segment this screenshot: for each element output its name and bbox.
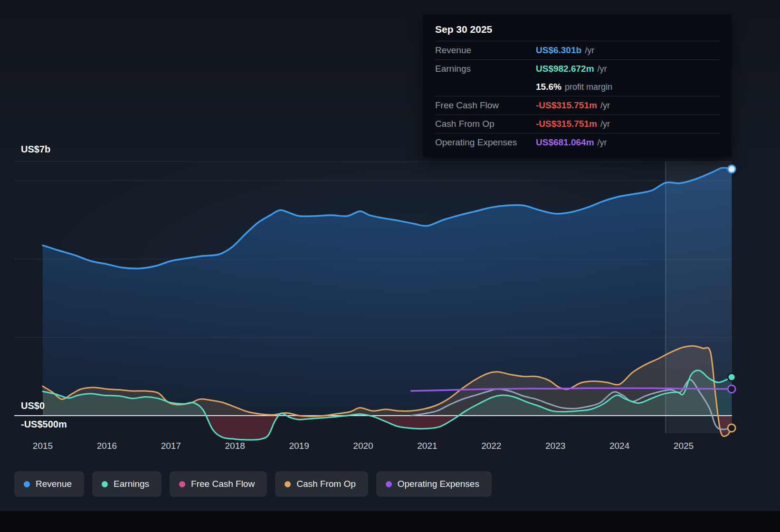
tooltip-row-label: Earnings <box>435 64 536 74</box>
legend-dot-icon <box>24 481 30 487</box>
tooltip-row-label: Operating Expenses <box>435 137 536 148</box>
legend-item-operating-expenses[interactable]: Operating Expenses <box>376 471 492 497</box>
marker-operating-expenses <box>728 385 735 393</box>
legend-item-cash-from-op[interactable]: Cash From Op <box>275 471 368 497</box>
tooltip-row: EarningsUS$982.672m/yr <box>435 59 719 78</box>
tooltip-row-value: US$6.301b <box>536 45 581 56</box>
marker-revenue <box>728 165 735 173</box>
x-axis-tick-label: 2021 <box>406 441 448 451</box>
legend-label: Revenue <box>36 479 72 489</box>
legend-label: Free Cash Flow <box>191 479 255 489</box>
tooltip-row-value: US$982.672m <box>536 64 594 74</box>
tooltip-row-label: Revenue <box>435 45 536 56</box>
legend-label: Operating Expenses <box>398 479 479 489</box>
legend: RevenueEarningsFree Cash FlowCash From O… <box>14 471 492 497</box>
tooltip-row: Free Cash Flow-US$315.751m/yr <box>435 96 719 114</box>
y-axis-label-top: US$7b <box>21 144 50 155</box>
tooltip-row-suffix: /yr <box>598 138 607 148</box>
tooltip-row-suffix: /yr <box>585 46 594 56</box>
x-axis-tick-label: 2023 <box>534 441 577 451</box>
legend-item-earnings[interactable]: Earnings <box>92 471 162 497</box>
x-axis-tick-label: 2019 <box>278 441 321 451</box>
marker-earnings <box>728 373 735 381</box>
tooltip-row-label: Cash From Op <box>435 119 536 129</box>
x-axis-tick-label: 2018 <box>214 441 257 451</box>
legend-dot-icon <box>179 481 185 487</box>
tooltip-row-suffix: profit margin <box>565 82 612 92</box>
tooltip-row: Operating ExpensesUS$681.064m/yr <box>435 133 719 152</box>
tooltip-row-value: -US$315.751m <box>536 100 597 111</box>
x-axis-tick-label: 2022 <box>470 441 513 451</box>
y-axis-label-zero: US$0 <box>21 400 45 411</box>
tooltip-row: Cash From Op-US$315.751m/yr <box>435 114 719 133</box>
legend-dot-icon <box>102 481 108 487</box>
y-axis-label-negative: -US$500m <box>21 419 67 430</box>
legend-label: Cash From Op <box>296 479 356 489</box>
legend-dot-icon <box>285 481 291 487</box>
x-axis-tick-label: 2020 <box>342 441 385 451</box>
legend-dot-icon <box>386 481 392 487</box>
tooltip-row-label: Free Cash Flow <box>435 100 536 111</box>
legend-label: Earnings <box>114 479 149 489</box>
bottom-bar <box>0 511 780 532</box>
tooltip-row-suffix: /yr <box>600 101 610 111</box>
tooltip-row: RevenueUS$6.301b/yr <box>435 41 719 59</box>
tooltip-rows: RevenueUS$6.301b/yrEarningsUS$982.672m/y… <box>435 41 719 152</box>
x-axis-tick-label: 2025 <box>662 441 705 451</box>
tooltip-row: 15.6%profit margin <box>435 78 719 96</box>
tooltip-date: Sep 30 2025 <box>435 18 719 41</box>
marker-cash-from-op <box>728 424 735 432</box>
tooltip-row-value: US$681.064m <box>536 137 594 148</box>
legend-item-free-cash-flow[interactable]: Free Cash Flow <box>170 471 267 497</box>
x-axis-tick-label: 2017 <box>150 441 192 451</box>
x-axis-tick-label: 2024 <box>598 441 641 451</box>
tooltip-row-value: 15.6% <box>536 82 561 92</box>
chart-page: US$7b US$0 -US$500m 20152016201720182019… <box>0 0 780 532</box>
x-axis-tick-label: 2016 <box>86 441 128 451</box>
tooltip-row-value: -US$315.751m <box>536 119 597 129</box>
x-axis-tick-label: 2015 <box>21 441 64 451</box>
tooltip-panel: Sep 30 2025 RevenueUS$6.301b/yrEarningsU… <box>423 14 732 157</box>
tooltip-row-suffix: /yr <box>600 119 610 129</box>
tooltip-row-suffix: /yr <box>598 64 607 74</box>
legend-item-revenue[interactable]: Revenue <box>14 471 84 497</box>
